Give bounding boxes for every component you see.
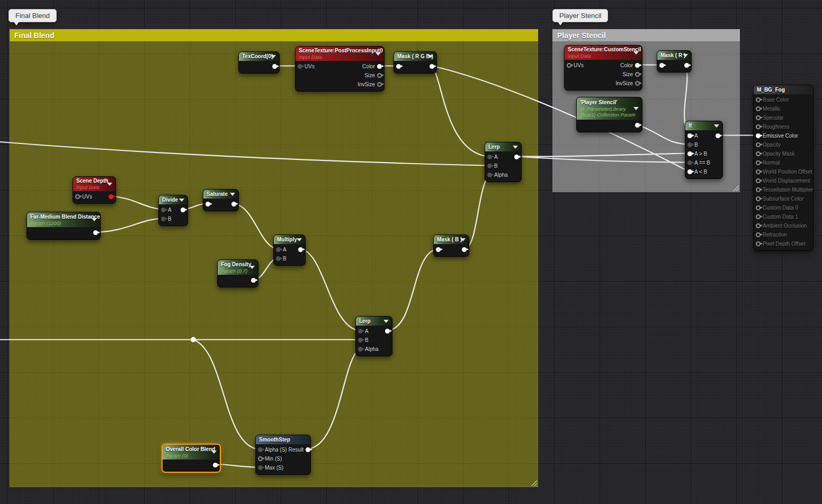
pin-value-output[interactable]	[684, 63, 689, 68]
pin-ambient-occlusion-input[interactable]	[756, 223, 761, 228]
pin-a-input[interactable]	[161, 208, 166, 212]
node-lerp-top-header[interactable]: Lerp	[485, 142, 521, 151]
node-overall-color-blend[interactable]: Overall Color BlendParam (0)	[162, 444, 221, 473]
pin-tessellation-multiplier-input[interactable]	[756, 187, 761, 192]
pin-b-input[interactable]	[161, 217, 166, 221]
node-mask-rgb-header[interactable]: Mask ( R G B )	[394, 52, 436, 61]
pin-value-output[interactable]	[109, 194, 113, 199]
pin-subsurface-color-input[interactable]	[756, 196, 761, 201]
node-overall-color-blend-header[interactable]: Overall Color BlendParam (0)	[163, 445, 220, 460]
chevron-down-icon[interactable]	[428, 55, 433, 58]
pin-a-b-input[interactable]	[687, 160, 692, 165]
pin-result-output[interactable]	[306, 447, 310, 452]
pin-opacity-mask-input[interactable]	[756, 151, 761, 156]
chevron-down-icon[interactable]	[92, 218, 97, 221]
pin-b-input[interactable]	[687, 142, 692, 147]
pin-value-output[interactable]	[231, 202, 236, 206]
pin-normal-input[interactable]	[756, 160, 761, 165]
pin-a-input[interactable]	[687, 133, 692, 138]
node-lerp-top[interactable]: LerpABAlpha	[485, 142, 522, 182]
node-smoothstep[interactable]: SmoothStepAlpha (S)ResultMin (S)Max (S)	[255, 435, 311, 475]
chevron-down-icon[interactable]	[714, 124, 719, 128]
pin-opacity-input[interactable]	[756, 142, 761, 147]
pin-value-input[interactable]	[396, 64, 401, 69]
node-m-bg-fog-header[interactable]: M_BG_Fog	[754, 85, 813, 94]
node-lerp-bottom[interactable]: LerpABAlpha	[355, 316, 392, 356]
node-multiply[interactable]: MultiplyAB	[273, 235, 306, 266]
chevron-down-icon[interactable]	[376, 52, 381, 56]
pin-pixel-depth-offset-input[interactable]	[756, 241, 761, 246]
pin-invsize-output[interactable]	[377, 82, 382, 87]
pin-value-output[interactable]	[716, 133, 720, 138]
pin-a-input[interactable]	[276, 247, 281, 252]
chevron-down-icon[interactable]	[633, 51, 639, 55]
pin-metallic-input[interactable]	[756, 106, 761, 111]
pin-alpha-s-input[interactable]	[258, 447, 263, 452]
chevron-down-icon[interactable]	[249, 266, 255, 269]
node-if-header[interactable]: If	[685, 121, 722, 130]
pin-value-output[interactable]	[213, 463, 218, 467]
pin-alpha-input[interactable]	[487, 173, 492, 177]
graph-canvas[interactable]: Final Blend Player Stencil TexCoord[0]Sc…	[0, 0, 822, 504]
pin-world-position-offset-input[interactable]	[756, 169, 761, 174]
pin-value-output[interactable]	[385, 329, 390, 334]
node-saturate-header[interactable]: Saturate	[203, 190, 238, 199]
chevron-down-icon[interactable]	[460, 238, 466, 241]
pin-value-output[interactable]	[181, 208, 185, 212]
node-divide[interactable]: DivideAB	[158, 195, 188, 226]
node-far-medium-blend-distance-header[interactable]: Far-Medium Blend DistanceParam (1200)	[27, 212, 100, 227]
node-scene-depth-header[interactable]: Scene DepthInput Data	[73, 177, 115, 191]
node-divide-header[interactable]: Divide	[159, 195, 187, 204]
pin-b-input[interactable]	[487, 164, 492, 168]
node-mask-r-header[interactable]: Mask ( R )	[657, 51, 691, 60]
node-postprocess-input0-header[interactable]: SceneTexture:PostProcessInput0Input Data	[296, 47, 384, 61]
pin-uvs-input[interactable]	[75, 194, 80, 199]
pin-size-output[interactable]	[635, 72, 640, 77]
pin-max-s-input[interactable]	[258, 465, 263, 470]
pin-a-input[interactable]	[358, 329, 363, 334]
pin-custom-data-1-input[interactable]	[756, 214, 761, 219]
pin-refraction-input[interactable]	[756, 232, 761, 237]
node-mask-rgb[interactable]: Mask ( R G B )	[394, 51, 437, 74]
pin-world-displacement-input[interactable]	[756, 178, 761, 183]
pin-value-output[interactable]	[635, 123, 640, 128]
pin-color-output[interactable]	[377, 64, 382, 69]
pin-specular-input[interactable]	[756, 115, 761, 120]
pin-emissive-color-input[interactable]	[756, 133, 761, 138]
node-if[interactable]: IfABA > BA == BA < B	[685, 121, 723, 179]
reroute-node[interactable]	[191, 337, 196, 343]
node-mask-r[interactable]: Mask ( R )	[657, 50, 692, 73]
node-texcoord0-header[interactable]: TexCoord[0]	[239, 52, 279, 61]
node-multiply-header[interactable]: Multiply	[274, 235, 305, 244]
node-player-stencil-param[interactable]: 'Player Stencil'M_ParameterLibrary(float…	[576, 97, 642, 132]
pin-base-color-input[interactable]	[756, 97, 761, 102]
pin-value-output[interactable]	[514, 155, 519, 159]
pin-min-s-input[interactable]	[258, 456, 263, 461]
node-fog-density-header[interactable]: Fog DensityParam (0.7)	[218, 260, 258, 275]
pin-value-output[interactable]	[272, 64, 277, 69]
pin-alpha-input[interactable]	[358, 347, 363, 352]
node-custom-stencil[interactable]: SceneTexture:CustomStencilInput DataUVsC…	[564, 45, 642, 91]
node-mask-b[interactable]: Mask ( B )	[433, 235, 469, 257]
pin-uvs-input[interactable]	[567, 63, 571, 68]
pin-invsize-output[interactable]	[635, 81, 640, 86]
pin-size-output[interactable]	[377, 73, 382, 78]
node-saturate[interactable]: Saturate	[203, 189, 239, 211]
node-m-bg-fog[interactable]: M_BG_FogBase ColorMetallicSpecularRoughn…	[753, 85, 814, 251]
node-far-medium-blend-distance[interactable]: Far-Medium Blend DistanceParam (1200)	[26, 212, 101, 240]
chevron-down-icon[interactable]	[633, 107, 639, 110]
node-custom-stencil-header[interactable]: SceneTexture:CustomStencilInput Data	[565, 46, 642, 60]
node-postprocess-input0[interactable]: SceneTexture:PostProcessInput0Input Data…	[295, 46, 385, 92]
pin-value-input[interactable]	[436, 247, 441, 252]
chevron-down-icon[interactable]	[211, 451, 217, 454]
node-lerp-bottom-header[interactable]: Lerp	[356, 317, 392, 326]
chevron-down-icon[interactable]	[297, 238, 302, 241]
pin-value-output[interactable]	[430, 64, 434, 69]
pin-b-input[interactable]	[358, 338, 363, 343]
node-mask-b-header[interactable]: Mask ( B )	[434, 235, 469, 244]
pin-roughness-input[interactable]	[756, 124, 761, 129]
pin-color-output[interactable]	[635, 63, 640, 68]
pin-value-output[interactable]	[251, 278, 256, 283]
chevron-down-icon[interactable]	[383, 320, 389, 323]
pin-value-output[interactable]	[298, 247, 303, 252]
